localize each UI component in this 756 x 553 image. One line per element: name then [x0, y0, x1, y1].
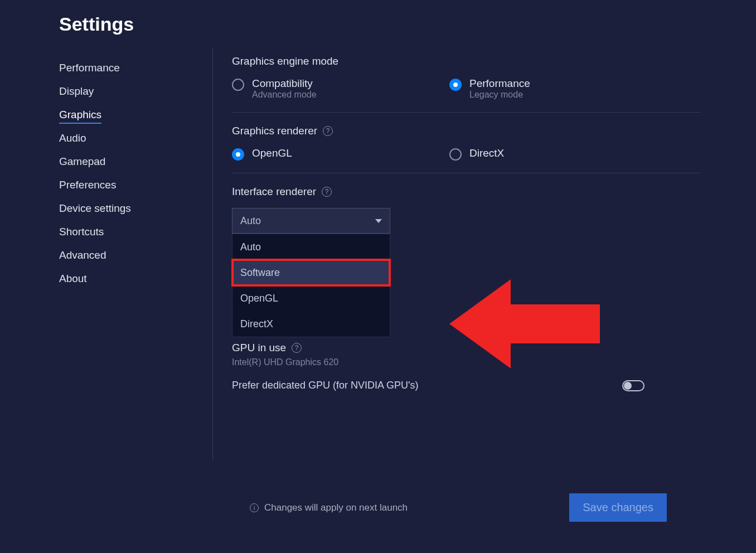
- radio-icon: [232, 148, 244, 161]
- radio-icon: [449, 148, 462, 161]
- sidebar-item-advanced[interactable]: Advanced: [59, 244, 212, 267]
- prefer-dedicated-gpu-toggle[interactable]: [622, 380, 644, 391]
- interface-renderer-dropdown-list: Auto Software OpenGL DirectX: [232, 234, 390, 337]
- engine-mode-heading: Graphics engine mode: [232, 55, 700, 67]
- gpu-in-use-value: Intel(R) UHD Graphics 620: [232, 357, 700, 367]
- sidebar-item-about[interactable]: About: [59, 267, 212, 290]
- divider: [232, 112, 700, 113]
- dropdown-item-auto[interactable]: Auto: [232, 234, 390, 260]
- sidebar-item-performance[interactable]: Performance: [59, 56, 212, 80]
- radio-icon: [232, 79, 244, 91]
- dropdown-item-software[interactable]: Software: [232, 260, 390, 285]
- engine-mode-performance[interactable]: Performance Legacy mode: [449, 77, 667, 100]
- sidebar-item-display[interactable]: Display: [59, 80, 212, 103]
- settings-main-panel: Graphics engine mode Compatibility Advan…: [213, 47, 700, 460]
- renderer-opengl[interactable]: OpenGL: [232, 147, 449, 161]
- graphics-renderer-heading: Graphics renderer ?: [232, 125, 700, 137]
- radio-label: Compatibility: [252, 77, 317, 90]
- dropdown-value: Auto: [240, 215, 261, 227]
- sidebar-item-preferences[interactable]: Preferences: [59, 173, 212, 197]
- divider: [232, 173, 700, 173]
- gpu-in-use-heading: GPU in use ?: [232, 342, 700, 354]
- interface-renderer-heading: Interface renderer ?: [232, 186, 700, 198]
- radio-icon: [449, 79, 462, 91]
- sidebar-item-graphics[interactable]: Graphics: [59, 103, 212, 127]
- help-icon[interactable]: ?: [322, 187, 332, 197]
- radio-sublabel: Advanced mode: [252, 90, 317, 100]
- help-icon[interactable]: ?: [292, 343, 302, 353]
- help-icon[interactable]: ?: [323, 126, 333, 136]
- info-icon: i: [250, 503, 259, 512]
- sidebar-item-gamepad[interactable]: Gamepad: [59, 150, 212, 173]
- sidebar-item-device-settings[interactable]: Device settings: [59, 197, 212, 220]
- settings-sidebar: Performance Display Graphics Audio Gamep…: [59, 47, 213, 460]
- page-title: Settings: [59, 13, 700, 35]
- dropdown-item-directx[interactable]: DirectX: [232, 311, 390, 337]
- interface-renderer-dropdown[interactable]: Auto: [232, 208, 390, 234]
- dropdown-item-opengl[interactable]: OpenGL: [232, 285, 390, 311]
- chevron-down-icon: [375, 219, 382, 223]
- save-changes-button[interactable]: Save changes: [569, 493, 667, 522]
- sidebar-item-audio[interactable]: Audio: [59, 127, 212, 150]
- radio-label: OpenGL: [252, 147, 292, 159]
- prefer-dedicated-gpu-label: Prefer dedicated GPU (for NVIDIA GPU's): [232, 380, 419, 391]
- radio-label: DirectX: [469, 147, 504, 159]
- engine-mode-compatibility[interactable]: Compatibility Advanced mode: [232, 77, 449, 100]
- radio-label: Performance: [469, 77, 530, 90]
- renderer-directx[interactable]: DirectX: [449, 147, 667, 161]
- footer-note: i Changes will apply on next launch: [250, 502, 408, 513]
- sidebar-item-shortcuts[interactable]: Shortcuts: [59, 220, 212, 244]
- radio-sublabel: Legacy mode: [469, 90, 530, 100]
